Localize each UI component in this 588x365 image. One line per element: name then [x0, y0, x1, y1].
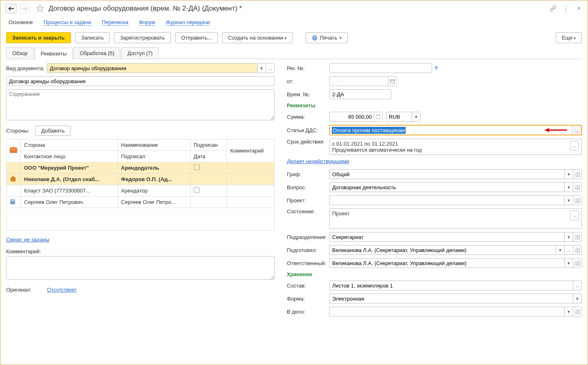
- form-input[interactable]: [329, 294, 573, 303]
- tab-overview[interactable]: Обзор: [6, 47, 34, 59]
- table-row[interactable]: Сергеев Олег Петрович Сергеев Олег Петро…: [7, 197, 275, 208]
- nav-main[interactable]: Основное: [9, 19, 33, 26]
- tab-requisites[interactable]: Реквизиты: [35, 48, 73, 59]
- add-party-button[interactable]: Добавить: [35, 126, 71, 136]
- nav-mail[interactable]: Переписка: [102, 19, 129, 26]
- help-icon[interactable]: ?: [435, 65, 438, 71]
- send-button[interactable]: Отправить...: [175, 32, 218, 43]
- responsible-dropdown[interactable]: ▾: [564, 258, 573, 268]
- svg-rect-10: [376, 114, 380, 119]
- form-dropdown[interactable]: ▾: [573, 294, 582, 303]
- responsible-input[interactable]: [329, 258, 565, 268]
- nav-journal[interactable]: Журнал передачи: [166, 19, 210, 26]
- print-label: Печать: [320, 35, 337, 41]
- nav-back-button[interactable]: [5, 4, 17, 13]
- envelope-icon: [10, 147, 17, 153]
- create-based-button[interactable]: Создать на основании: [222, 32, 293, 43]
- doc-name-input[interactable]: [6, 76, 275, 86]
- checkbox-signed[interactable]: [194, 187, 200, 193]
- col-date[interactable]: Дата: [190, 151, 227, 162]
- duration-select[interactable]: ...: [570, 141, 579, 150]
- grif-input[interactable]: [329, 169, 565, 179]
- favorite-star-icon[interactable]: [36, 4, 44, 13]
- col-contact[interactable]: Контактное лицо: [21, 151, 118, 162]
- prepared-select[interactable]: ...: [564, 245, 573, 255]
- from-label: от:: [287, 78, 329, 84]
- question-open[interactable]: ⬜: [573, 182, 582, 192]
- tab-access[interactable]: Доступ (7): [121, 47, 159, 59]
- dept-open[interactable]: ⬜: [573, 232, 582, 242]
- nav-forum[interactable]: Форум: [139, 19, 155, 26]
- sum-label: Сумма:: [287, 114, 329, 120]
- table-row[interactable]: ООО "Меркурий Проект" Арендодатель: [7, 162, 275, 174]
- to-case-open[interactable]: ⬜: [573, 307, 582, 316]
- project-open[interactable]: ⬜: [573, 195, 582, 205]
- dds-select-button[interactable]: ...: [572, 126, 581, 135]
- makes-void-link[interactable]: Делает недействующими: [287, 158, 349, 164]
- grif-open[interactable]: ⬜: [573, 169, 582, 179]
- col-comment[interactable]: Комментарий: [227, 139, 275, 162]
- temp-no-label: Врем. №:: [287, 91, 329, 97]
- question-input[interactable]: [329, 182, 565, 192]
- calculator-icon: [376, 114, 380, 119]
- original-link[interactable]: Отсутствует: [47, 287, 77, 293]
- question-label: Вопрос:: [287, 184, 329, 190]
- prepared-open[interactable]: ⬜: [573, 245, 582, 255]
- project-input[interactable]: [329, 195, 565, 205]
- to-case-input[interactable]: [329, 307, 565, 316]
- calendar-icon: [390, 79, 395, 84]
- grif-dropdown[interactable]: ▾: [564, 169, 573, 179]
- doc-type-dropdown[interactable]: ▾: [257, 63, 266, 73]
- nav-forward-button[interactable]: [19, 4, 31, 13]
- doc-type-input[interactable]: [47, 63, 257, 73]
- from-date-input[interactable]: [329, 76, 388, 86]
- content-textarea[interactable]: [6, 89, 275, 120]
- currency-dropdown[interactable]: ▾: [412, 112, 421, 122]
- calculator-button[interactable]: [374, 112, 383, 122]
- checkbox-signed[interactable]: [194, 164, 200, 170]
- storage-section-head: Хранение: [287, 271, 582, 277]
- dept-dropdown[interactable]: ▾: [564, 232, 573, 242]
- dds-field[interactable]: Оплата прочим поставщикам ...: [329, 125, 582, 135]
- composition-input[interactable]: [329, 281, 573, 290]
- state-value[interactable]: Проект: [332, 210, 570, 227]
- prepared-dropdown[interactable]: ▾: [556, 245, 565, 255]
- project-dropdown[interactable]: ▾: [564, 195, 573, 205]
- dept-input[interactable]: [329, 232, 565, 242]
- table-row[interactable]: Клауст ЗАО (7773300607... Арендатор: [7, 185, 275, 197]
- prepared-input[interactable]: [329, 245, 556, 255]
- link-icon[interactable]: [549, 5, 557, 12]
- col-party[interactable]: Сторона: [21, 139, 118, 151]
- register-button[interactable]: Зарегистрировать: [114, 32, 171, 43]
- col-signed-by[interactable]: Подписал: [118, 151, 190, 162]
- nav-processes[interactable]: Процессы и задачи: [44, 19, 91, 26]
- comment-textarea[interactable]: [6, 256, 275, 280]
- reg-no-input[interactable]: [329, 63, 432, 73]
- save-button[interactable]: Записать: [75, 32, 110, 43]
- save-close-button[interactable]: Записать и закрыть: [6, 32, 71, 43]
- calendar-button[interactable]: [388, 76, 397, 86]
- doc-type-select[interactable]: ...: [266, 63, 275, 73]
- more-vertical-icon[interactable]: ⋮: [562, 5, 570, 12]
- doc-type-label: Вид документа:: [6, 65, 47, 71]
- duration-line2: Продлевается автоматически на год: [332, 147, 570, 153]
- duration-line1: с 01.01.2021 по 31.12.2021: [332, 141, 570, 147]
- close-icon[interactable]: ×: [575, 5, 583, 12]
- col-signed[interactable]: Подписан: [190, 139, 227, 151]
- composition-select[interactable]: ...: [573, 281, 582, 290]
- currency-input[interactable]: [386, 112, 412, 122]
- table-row[interactable]: Николаев Д.А. (Отдел снаб... Федоров О.П…: [7, 174, 275, 185]
- links-not-set[interactable]: Связи: не заданы: [6, 237, 49, 243]
- responsible-open[interactable]: ⬜: [573, 258, 582, 268]
- question-dropdown[interactable]: ▾: [564, 182, 573, 192]
- col-name[interactable]: Наименование: [118, 139, 190, 151]
- tab-processing[interactable]: Обработка (5): [73, 47, 120, 59]
- state-select[interactable]: ...: [570, 210, 579, 220]
- print-button[interactable]: Печать: [306, 32, 348, 43]
- to-case-dropdown[interactable]: ▾: [564, 307, 573, 316]
- more-button[interactable]: Еще: [556, 32, 582, 43]
- temp-no-input[interactable]: [329, 89, 391, 99]
- project-label: Проект:: [287, 197, 329, 204]
- state-label: Состояние:: [287, 208, 329, 215]
- sum-input[interactable]: [329, 112, 374, 122]
